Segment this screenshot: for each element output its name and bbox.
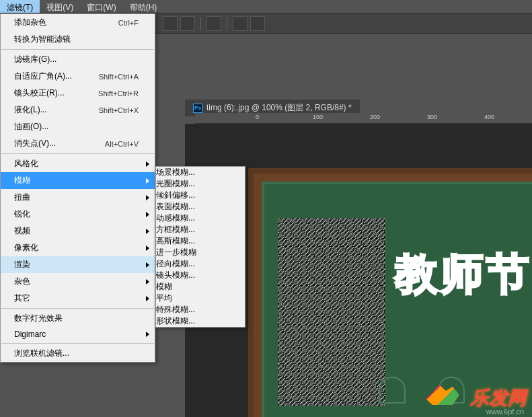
- menu-item[interactable]: 视频: [1, 223, 155, 239]
- menu-filter[interactable]: 滤镜(T): [0, 0, 40, 13]
- menubar: 滤镜(T) 视图(V) 窗口(W) 帮助(H): [0, 0, 532, 13]
- menu-item-label: 转换为智能滤镜: [14, 34, 71, 45]
- menu-item[interactable]: 自适应广角(A)...Shift+Ctrl+A: [1, 68, 155, 85]
- submenu-arrow-icon: [146, 279, 149, 285]
- menu-item[interactable]: 液化(L)...Shift+Ctrl+X: [1, 102, 155, 118]
- ruler-tick: 100: [313, 114, 323, 120]
- submenu-item[interactable]: 场景模糊...: [156, 167, 245, 178]
- menu-item[interactable]: 模糊: [1, 172, 155, 189]
- menu-item-label: 添加杂色: [14, 17, 46, 28]
- submenu-item[interactable]: 动感模糊...: [156, 213, 245, 224]
- menu-separator: [1, 153, 154, 154]
- submenu-item[interactable]: 平均: [156, 293, 245, 304]
- menu-item[interactable]: 渲染: [1, 256, 155, 273]
- menu-shortcut: Shift+Ctrl+R: [98, 89, 139, 98]
- menu-window[interactable]: 窗口(W): [80, 0, 122, 13]
- submenu-item[interactable]: 模糊: [156, 281, 245, 293]
- menu-item-label: 镜头校正(R)...: [14, 87, 65, 99]
- ruler-tick: 300: [427, 114, 437, 120]
- submenu-arrow-icon: [146, 195, 149, 200]
- chalk-text: 教师节: [395, 245, 532, 303]
- menu-item[interactable]: 其它: [1, 290, 155, 307]
- menu-item[interactable]: 风格化: [1, 155, 155, 172]
- submenu-arrow-icon: [146, 332, 149, 337]
- ruler-tick: 0: [256, 114, 259, 120]
- tool-icon[interactable]: [180, 16, 195, 31]
- menu-item-label: 视频: [14, 225, 30, 237]
- bull-logo-icon: [426, 385, 466, 412]
- menu-item-label: 锐化: [14, 208, 30, 220]
- submenu-item[interactable]: 径向模糊...: [156, 258, 245, 270]
- ruler-tick: 200: [370, 114, 380, 120]
- menu-item-label: 模糊: [14, 175, 30, 186]
- menu-view[interactable]: 视图(V): [40, 0, 80, 13]
- tool-icon[interactable]: [163, 16, 178, 31]
- menu-item[interactable]: 镜头校正(R)...Shift+Ctrl+R: [1, 85, 155, 102]
- submenu-item[interactable]: 方框模糊...: [156, 224, 245, 235]
- menu-item[interactable]: 锐化: [1, 206, 155, 223]
- menu-item-label: 滤镜库(G)...: [14, 54, 56, 65]
- tool-icon[interactable]: [250, 16, 265, 31]
- menu-item[interactable]: 添加杂色Ctrl+F: [1, 14, 155, 31]
- ruler-tick: 400: [484, 114, 494, 120]
- submenu-arrow-icon: [146, 229, 149, 234]
- photoshop-icon: Ps: [193, 104, 202, 113]
- menu-item-label: 消失点(V)...: [14, 138, 56, 149]
- menu-shortcut: Shift+Ctrl+X: [99, 106, 139, 114]
- chalkboard: 教师节: [262, 182, 532, 417]
- submenu-item[interactable]: 倾斜偏移...: [156, 190, 245, 201]
- separator: [200, 17, 201, 30]
- menu-separator: [1, 49, 154, 50]
- menu-separator: [1, 343, 154, 344]
- menu-item-label: Digimarc: [14, 330, 46, 339]
- noise-selection: [278, 218, 385, 406]
- document-title: timg (6);.jpg @ 100% (图层 2, RGB/8#) *: [206, 102, 352, 114]
- menu-item[interactable]: 数字灯光效果: [1, 310, 155, 327]
- submenu-item[interactable]: 形状模糊...: [156, 315, 245, 327]
- submenu-arrow-icon: [146, 296, 149, 301]
- submenu-item[interactable]: 表面模糊...: [156, 201, 245, 213]
- menu-item-label: 其它: [14, 293, 30, 304]
- menu-item[interactable]: 扭曲: [1, 189, 155, 206]
- menu-shortcut: Alt+Ctrl+V: [105, 140, 139, 148]
- submenu-item[interactable]: 高斯模糊...: [156, 235, 245, 247]
- menu-item[interactable]: 转换为智能滤镜: [1, 31, 155, 48]
- menu-item[interactable]: 像素化: [1, 239, 155, 256]
- menu-item-label: 液化(L)...: [14, 104, 47, 116]
- tool-icon[interactable]: [206, 16, 221, 31]
- submenu-arrow-icon: [146, 262, 149, 268]
- separator: [227, 17, 227, 30]
- submenu-item[interactable]: 特殊模糊...: [156, 304, 245, 315]
- horizontal-ruler: 0100200300400: [195, 113, 532, 124]
- menu-item[interactable]: 浏览联机滤镜...: [1, 345, 155, 362]
- menu-item-label: 像素化: [14, 242, 38, 254]
- menu-item-label: 风格化: [14, 158, 38, 169]
- filter-dropdown: 添加杂色Ctrl+F转换为智能滤镜滤镜库(G)...自适应广角(A)...Shi…: [0, 13, 155, 363]
- menu-item-label: 自适应广角(A)...: [14, 71, 72, 82]
- tool-icon[interactable]: [233, 16, 248, 31]
- submenu-arrow-icon: [146, 212, 149, 217]
- submenu-item[interactable]: 镜头模糊...: [156, 270, 245, 281]
- submenu-arrow-icon: [146, 178, 149, 184]
- menu-item[interactable]: 消失点(V)...Alt+Ctrl+V: [1, 135, 155, 152]
- menu-item-label: 扭曲: [14, 192, 30, 203]
- menu-item[interactable]: 油画(O)...: [1, 118, 155, 135]
- submenu-item[interactable]: 光圈模糊...: [156, 178, 245, 190]
- menu-item[interactable]: 杂色: [1, 273, 155, 290]
- menu-item-label: 杂色: [14, 276, 30, 287]
- submenu-arrow-icon: [146, 161, 149, 167]
- menu-help[interactable]: 帮助(H): [123, 0, 164, 13]
- submenu-item[interactable]: 进一步模糊: [156, 247, 245, 258]
- blur-submenu: 场景模糊...光圈模糊...倾斜偏移...表面模糊...动感模糊...方框模糊.…: [155, 166, 245, 328]
- menu-item[interactable]: Digimarc: [1, 327, 155, 342]
- watermark-text: www.6pf.cn: [486, 408, 524, 416]
- menu-item-label: 数字灯光效果: [14, 313, 63, 324]
- menu-shortcut: Ctrl+F: [118, 19, 139, 27]
- menu-item-label: 浏览联机滤镜...: [14, 348, 69, 359]
- menu-item[interactable]: 滤镜库(G)...: [1, 51, 155, 68]
- menu-separator: [1, 308, 154, 309]
- submenu-arrow-icon: [146, 245, 149, 251]
- menu-item-label: 油画(O)...: [14, 121, 48, 132]
- menu-item-label: 渲染: [14, 259, 30, 270]
- decoration-plant: [379, 377, 406, 404]
